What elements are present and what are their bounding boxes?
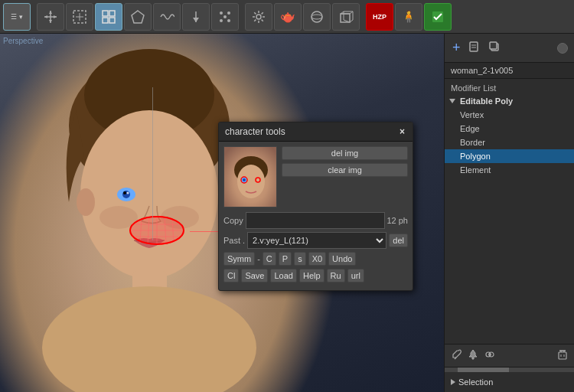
copy-suffix: ph xyxy=(399,216,408,225)
toolbar-grid[interactable] xyxy=(95,3,122,31)
svg-marker-15 xyxy=(193,18,199,22)
toolbar-menu[interactable]: ☰ ▾ xyxy=(3,3,31,31)
symm-row: Symm - C P s X0 Undo xyxy=(223,252,408,266)
undo-button[interactable]: Undo xyxy=(328,252,356,266)
svg-point-19 xyxy=(227,19,230,22)
toolbar-box[interactable] xyxy=(332,3,360,31)
red-selection-mesh xyxy=(126,214,188,248)
rp-add-icon[interactable]: + xyxy=(451,38,462,57)
toolbar-settings[interactable] xyxy=(245,3,272,31)
svg-rect-11 xyxy=(103,18,108,23)
modifier-header-label: Editable Poly xyxy=(460,96,513,106)
rp-edit-icon[interactable] xyxy=(467,39,482,57)
x0-button[interactable]: X0 xyxy=(308,252,326,266)
rp-copy-icon[interactable] xyxy=(487,39,502,57)
modifier-vertex[interactable]: Vertex xyxy=(445,108,574,122)
face-thumb-row: del img clear img xyxy=(223,146,408,207)
dialog-body: del img clear img Copy 12 ph Past . 2 xyxy=(219,142,413,290)
right-panel-bottom-icons xyxy=(445,344,574,368)
copy-num: 12 xyxy=(387,216,396,225)
svg-point-20 xyxy=(223,15,227,18)
s-button[interactable]: s xyxy=(294,252,306,266)
svg-point-17 xyxy=(227,11,230,15)
url-button[interactable]: url xyxy=(347,269,364,283)
modifier-polygon[interactable]: Polygon xyxy=(445,149,574,163)
modifier-vertex-label: Vertex xyxy=(460,110,484,119)
selection-expand-icon xyxy=(451,379,455,385)
face-thumb-inner xyxy=(224,147,276,207)
crosshair-vertical xyxy=(152,87,153,240)
toolbar-select[interactable] xyxy=(66,3,93,31)
viewport[interactable]: Perspective character tools × xyxy=(0,34,444,392)
svg-point-33 xyxy=(123,191,126,194)
rp-link-icon[interactable] xyxy=(484,349,495,362)
ru-button[interactable]: Ru xyxy=(327,269,345,283)
p-button[interactable]: P xyxy=(279,252,292,266)
svg-rect-9 xyxy=(103,11,108,16)
help-button[interactable]: Help xyxy=(299,269,325,283)
symm-dash: - xyxy=(257,254,260,263)
rp-pin-icon[interactable] xyxy=(468,349,478,362)
toolbar-figure[interactable]: 🧍 xyxy=(395,3,422,31)
svg-point-32 xyxy=(122,191,130,198)
toolbar-pattern[interactable] xyxy=(211,3,239,31)
action-row: Cl Save Load Help Ru url xyxy=(223,269,408,283)
svg-point-22 xyxy=(311,11,322,22)
right-panel: + woman_2-1v005 Modifier List Editable P… xyxy=(444,34,574,392)
load-button[interactable]: Load xyxy=(270,269,296,283)
rp-eyedropper-icon[interactable] xyxy=(451,349,461,362)
modifier-editable-poly[interactable]: Editable Poly xyxy=(445,94,574,108)
modifier-list-label: Modifier List xyxy=(445,79,574,94)
toolbar-sphere[interactable] xyxy=(303,3,331,31)
selection-header[interactable]: Selection xyxy=(451,375,568,389)
svg-marker-13 xyxy=(132,11,144,23)
svg-marker-5 xyxy=(54,15,57,18)
clear-img-button[interactable]: clear img xyxy=(282,163,408,177)
toolbar-wave[interactable] xyxy=(153,3,181,31)
past-del-button[interactable]: del xyxy=(389,234,408,247)
del-img-button[interactable]: del img xyxy=(282,146,408,160)
character-tools-dialog: character tools × xyxy=(218,122,413,291)
past-select[interactable]: 2.v:yey_L(121) xyxy=(247,232,386,249)
svg-point-18 xyxy=(220,19,223,22)
copy-label: Copy xyxy=(223,216,243,225)
modifier-border-label: Border xyxy=(460,138,485,147)
symm-button[interactable]: Symm xyxy=(223,252,255,266)
selection-section: Selection xyxy=(445,372,574,392)
svg-point-35 xyxy=(77,188,95,216)
toolbar-arrow[interactable] xyxy=(182,3,210,31)
svg-point-37 xyxy=(42,286,256,392)
toolbar-green[interactable] xyxy=(424,3,452,31)
c-button[interactable]: C xyxy=(263,252,276,266)
svg-rect-58 xyxy=(490,42,497,49)
dialog-close-button[interactable]: × xyxy=(398,126,406,137)
object-name: woman_2-1v005 xyxy=(445,63,574,79)
rp-circle-btn[interactable] xyxy=(557,43,568,54)
modifier-element[interactable]: Element xyxy=(445,163,574,177)
svg-point-34 xyxy=(127,192,129,194)
modifier-edge-label: Edge xyxy=(460,124,480,133)
toolbar-move[interactable] xyxy=(37,3,64,31)
cl-button[interactable]: Cl xyxy=(223,269,239,283)
modifier-border[interactable]: Border xyxy=(445,136,574,149)
main-content: Perspective character tools × xyxy=(0,34,574,392)
toolbar-hzp[interactable]: HZP xyxy=(366,3,393,31)
past-dot: . xyxy=(243,236,245,245)
toolbar-poly[interactable] xyxy=(124,3,152,31)
modifier-edge[interactable]: Edge xyxy=(445,122,574,136)
rp-delete-icon[interactable] xyxy=(557,349,568,362)
toolbar-teapot[interactable]: 🫖 xyxy=(274,3,302,31)
svg-point-21 xyxy=(256,15,261,19)
svg-point-16 xyxy=(220,11,223,15)
svg-marker-3 xyxy=(49,20,52,23)
modifier-list: Editable Poly Vertex Edge Border Polygon… xyxy=(445,94,574,344)
svg-rect-54 xyxy=(470,42,478,51)
save-button[interactable]: Save xyxy=(241,269,268,283)
svg-point-51 xyxy=(243,178,246,181)
dialog-header[interactable]: character tools × xyxy=(219,122,413,142)
selection-label: Selection xyxy=(458,377,493,387)
svg-point-23 xyxy=(311,15,322,19)
copy-input[interactable] xyxy=(246,212,385,229)
svg-rect-24 xyxy=(341,14,350,22)
viewport-label: Perspective xyxy=(3,37,43,45)
